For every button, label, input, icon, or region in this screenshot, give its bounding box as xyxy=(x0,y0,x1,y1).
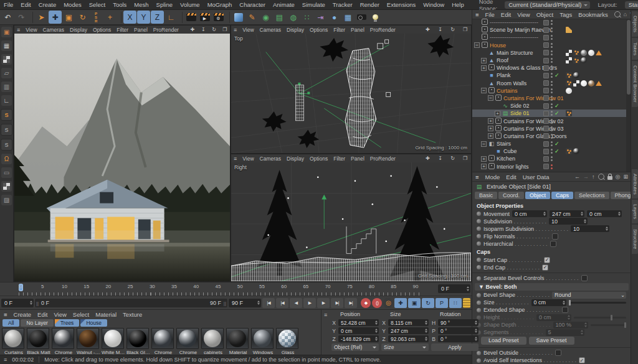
layer-box[interactable] xyxy=(543,27,549,33)
layer-tab-no-layer[interactable]: No Layer xyxy=(21,319,54,327)
rotate-view-icon[interactable]: ↻ xyxy=(449,27,456,32)
snap-3d-icon[interactable]: S xyxy=(1,124,12,136)
axis-y-icon[interactable]: Y xyxy=(137,11,150,24)
material-curtains[interactable]: Curtains xyxy=(2,328,26,356)
material-tag-icon[interactable] xyxy=(573,72,579,78)
go-to-end-button[interactable]: ▶| xyxy=(345,298,357,308)
checkbox[interactable]: ✓ xyxy=(579,357,585,363)
home-icon[interactable]: ⌂ xyxy=(624,11,627,17)
material-chrome[interactable]: Chrome xyxy=(176,328,200,356)
tab-basic[interactable]: Basic xyxy=(475,192,497,199)
om-menu-view[interactable]: View xyxy=(517,11,530,18)
layer-box[interactable] xyxy=(543,88,549,93)
viewport-menu-view[interactable]: View xyxy=(242,27,254,33)
pan-view-icon[interactable]: ✚ xyxy=(424,156,431,161)
axis-z-icon[interactable]: Z xyxy=(151,11,164,24)
object-row-item[interactable]: -------------------------- xyxy=(472,19,626,26)
coord-value-field[interactable]: -148.829 cm xyxy=(338,335,379,342)
object-row-side-02[interactable]: ∿Side 02✓ xyxy=(472,102,626,110)
object-row-cube[interactable]: ■Cube✓ xyxy=(472,147,626,155)
visibility-dots[interactable] xyxy=(551,126,553,131)
make-editable-icon[interactable]: ▣ xyxy=(1,27,12,37)
layer-box[interactable] xyxy=(543,164,549,169)
visibility-dots[interactable] xyxy=(551,81,553,86)
menu-tracker[interactable]: Tracker xyxy=(333,1,353,8)
material-tag-icon[interactable] xyxy=(588,50,594,56)
viewport-menu-icon[interactable]: ≡ xyxy=(234,156,237,162)
undo-icon[interactable]: ↶ xyxy=(1,11,14,24)
visibility-dots[interactable] xyxy=(551,88,553,93)
viewport-menu-filter[interactable]: Filter xyxy=(333,27,345,33)
side-tab-content-browser[interactable]: Content Browser xyxy=(632,61,638,107)
previous-frame-button[interactable]: ◀ xyxy=(290,298,302,308)
am-menu-user-data[interactable]: User Data xyxy=(523,174,550,180)
mat-menu-create[interactable]: Create xyxy=(14,311,32,318)
focus-icon[interactable]: ◎ xyxy=(616,174,621,180)
attribute-manager-menu-icon[interactable]: ≡ xyxy=(475,174,479,180)
render-picture-viewer-icon[interactable]: ▶ xyxy=(198,11,211,24)
value-field[interactable]: 247 cm xyxy=(550,210,584,217)
axis-x-icon[interactable]: X xyxy=(123,11,136,24)
viewport-top[interactable]: ≡ViewCamerasDisplayOptionsFilterPanelPro… xyxy=(231,25,472,154)
layer-box[interactable] xyxy=(543,73,549,78)
subdivision-surface-icon[interactable]: ◉ xyxy=(259,11,272,24)
slider-track[interactable] xyxy=(569,302,626,304)
phong-tag-icon[interactable] xyxy=(566,148,572,154)
value-field[interactable]: 0 cm xyxy=(536,314,571,321)
workplane-mode-icon[interactable]: ▱ xyxy=(1,68,12,78)
expand-icon[interactable]: + xyxy=(481,65,487,71)
mat-menu-edit[interactable]: Edit xyxy=(37,311,47,318)
search-icon[interactable] xyxy=(614,11,621,17)
stepper-icon[interactable] xyxy=(425,337,427,342)
coord-value-field[interactable]: 92.063 cm xyxy=(388,335,429,342)
anim-dot-icon[interactable] xyxy=(477,219,481,223)
enabled-check-icon[interactable]: ✓ xyxy=(555,148,559,154)
size-select[interactable]: Size xyxy=(381,343,429,351)
tab-caps[interactable]: Caps xyxy=(551,192,573,199)
om-menu-object[interactable]: Object xyxy=(536,11,553,18)
layer-box[interactable] xyxy=(543,42,549,48)
checker-tag-icon[interactable] xyxy=(566,57,572,63)
checkbox[interactable] xyxy=(562,307,568,313)
value-field[interactable]: 100 % xyxy=(553,322,588,329)
stepper-icon[interactable] xyxy=(584,322,587,327)
layer-tab-trees[interactable]: Trees xyxy=(55,319,79,327)
layer-tab-house[interactable]: House xyxy=(80,319,107,327)
add-cube-object-icon[interactable] xyxy=(232,11,245,24)
menu-help[interactable]: Help xyxy=(452,1,464,8)
anim-dot-icon[interactable] xyxy=(477,226,481,231)
layer-box[interactable] xyxy=(543,58,549,63)
slider-track[interactable] xyxy=(574,317,626,319)
search-icon[interactable] xyxy=(598,174,604,180)
apply-button[interactable]: Apply xyxy=(431,343,478,351)
viewport-menu-cameras[interactable]: Cameras xyxy=(260,27,281,33)
keyframe-selection-button[interactable]: ◎ xyxy=(383,298,393,308)
coord-value-field[interactable]: 0 ° xyxy=(438,335,478,342)
expand-icon[interactable]: + xyxy=(481,156,487,162)
layer-box[interactable] xyxy=(543,65,549,71)
visibility-dots[interactable] xyxy=(551,96,553,101)
object-toggles[interactable] xyxy=(543,65,553,71)
material-walnut-12[interactable]: Walnut - 12 xyxy=(77,328,100,356)
rotate-view-icon[interactable]: ↻ xyxy=(211,27,216,32)
spline-arrange-icon[interactable]: ⇥ xyxy=(314,11,327,24)
expand-icon[interactable]: + xyxy=(488,126,493,131)
collapse-icon[interactable]: − xyxy=(474,42,480,48)
coord-value-field[interactable]: 0 ° xyxy=(438,327,478,334)
material-chrome[interactable]: Chrome xyxy=(151,328,175,356)
anim-dot-icon[interactable] xyxy=(477,301,481,305)
toggle-view-icon[interactable]: ❐ xyxy=(462,27,469,32)
object-toggles[interactable] xyxy=(543,80,553,86)
material-thumbnail[interactable] xyxy=(27,328,49,349)
object-row-roof[interactable]: +▲Roof xyxy=(472,57,626,64)
key-position-button[interactable]: ✚ xyxy=(394,298,407,308)
stepper-icon[interactable] xyxy=(563,301,565,306)
object-toggles[interactable] xyxy=(543,35,553,40)
stepper-icon[interactable] xyxy=(543,212,546,217)
scale-icon[interactable]: ▣ xyxy=(62,11,75,24)
visibility-dots[interactable] xyxy=(551,50,553,55)
object-rel-select[interactable]: Object (Rel) xyxy=(331,343,379,351)
add-icon[interactable]: ⊞ xyxy=(623,174,628,180)
uv-mode-icon[interactable]: ▥ xyxy=(1,82,12,92)
light-icon[interactable] xyxy=(369,11,382,24)
